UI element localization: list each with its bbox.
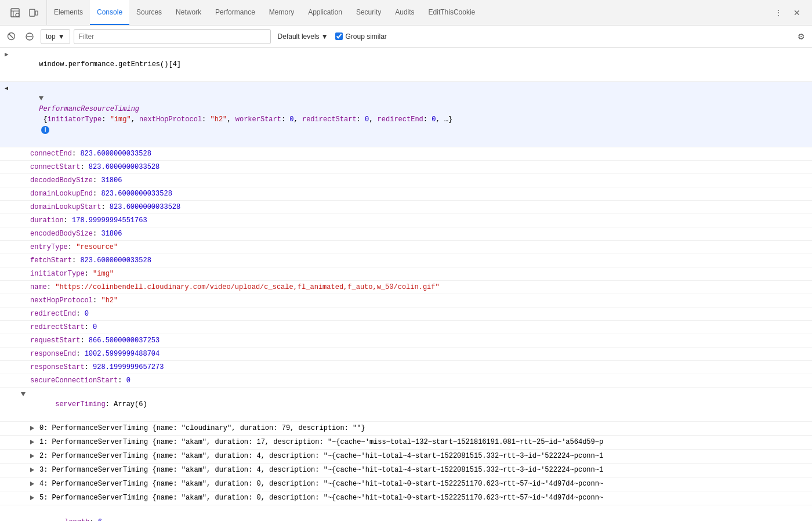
more-options-button[interactable]: ⋮ — [770, 5, 786, 21]
property-value: 823.6000000033528 — [80, 256, 151, 265]
property-line: decodedBodySize: 31806 — [0, 174, 812, 187]
property-value: 823.6000000033528 — [101, 190, 172, 198]
server-timing-toggle[interactable] — [21, 389, 30, 400]
console-command-line: ▶ window.performance.getEntries()[4] — [0, 48, 812, 82]
levels-dropdown[interactable]: Default levels ▼ — [274, 31, 332, 42]
property-key: secureConnectionStart — [30, 377, 118, 385]
server-timing-item: 1: PerformanceServerTiming {name: "akam"… — [0, 436, 812, 450]
property-content: redirectStart: 0 — [30, 322, 812, 332]
property-line: redirectEnd: 0 — [0, 307, 812, 321]
filter-input[interactable] — [74, 29, 271, 44]
length-line: length: 6 — [0, 505, 812, 521]
property-value: 178.99999994551763 — [72, 216, 147, 225]
tab-performance[interactable]: Performance — [208, 0, 262, 25]
tab-audits[interactable]: Audits — [388, 0, 421, 25]
nav-tabs: Elements Console Sources Network Perform… — [47, 0, 766, 25]
server-timing-line: serverTiming: Array(6) — [0, 388, 812, 422]
property-arrow — [21, 255, 30, 256]
tab-memory[interactable]: Memory — [262, 0, 301, 25]
property-key: entryType — [30, 243, 68, 251]
server-timing-items: 0: PerformanceServerTiming {name: "cloud… — [0, 422, 812, 505]
property-arrow — [21, 202, 30, 202]
group-similar-checkbox[interactable] — [335, 32, 343, 40]
property-line: responseStart: 928.1999999657273 — [0, 361, 812, 374]
property-line: secureConnectionStart: 0 — [0, 374, 812, 388]
server-timing-item-arrow[interactable] — [30, 451, 39, 462]
server-timing-item-content: 0: PerformanceServerTiming {name: "cloud… — [39, 423, 812, 433]
property-key: duration — [30, 216, 64, 225]
server-timing-item-arrow[interactable] — [30, 437, 39, 448]
property-line: connectStart: 823.6000000033528 — [0, 161, 812, 174]
property-value: 0 — [85, 310, 89, 318]
tab-security[interactable]: Security — [349, 0, 388, 25]
property-line: duration: 178.99999994551763 — [0, 214, 812, 227]
tab-application[interactable]: Application — [301, 0, 349, 25]
property-key: domainLookupEnd — [30, 190, 93, 198]
clear-console-button[interactable] — [3, 29, 19, 44]
property-line: domainLookupEnd: 823.6000000033528 — [0, 187, 812, 201]
property-key: fetchStart — [30, 256, 72, 265]
settings-button[interactable]: ⚙ — [793, 29, 809, 44]
expand-arrow-icon[interactable] — [39, 96, 44, 100]
property-key: decodedBodySize — [30, 176, 93, 184]
property-arrow — [21, 362, 30, 363]
tab-editthiscookie[interactable]: EditThisCookie — [422, 0, 483, 25]
expand-icon — [30, 440, 34, 444]
svg-rect-5 — [30, 9, 35, 16]
property-line: name: "https://colinbendell.cloudinary.c… — [0, 281, 812, 294]
property-line: initiatorType: "img" — [0, 267, 812, 281]
devtools-nav: Elements Console Sources Network Perform… — [0, 0, 812, 26]
properties-container: connectEnd: 823.6000000033528connectStar… — [0, 147, 812, 388]
block-icon-button[interactable] — [22, 29, 37, 44]
server-timing-index: 4: — [39, 480, 52, 488]
expand-icon — [30, 426, 34, 430]
property-key: initiatorType — [30, 270, 85, 278]
tab-network[interactable]: Network — [169, 0, 208, 25]
property-key: requestStart — [30, 337, 80, 345]
property-content: entryType: "resource" — [30, 242, 812, 252]
property-key: name — [30, 283, 47, 291]
property-line: requestStart: 866.5000000037253 — [0, 334, 812, 348]
property-key: redirectEnd — [30, 310, 76, 318]
close-devtools-button[interactable]: ✕ — [789, 5, 805, 21]
property-content: name: "https://colinbendell.cloudinary.c… — [30, 282, 812, 292]
property-line: nextHopProtocol: "h2" — [0, 294, 812, 307]
property-content: responseStart: 928.1999999657273 — [30, 362, 812, 372]
property-content: nextHopProtocol: "h2" — [30, 295, 812, 306]
server-timing-index: 2: — [39, 452, 52, 460]
tab-elements[interactable]: Elements — [47, 0, 90, 25]
property-content: requestStart: 866.5000000037253 — [30, 335, 812, 346]
property-arrow — [21, 242, 30, 243]
property-arrow — [21, 162, 30, 162]
property-line: encodedBodySize: 31806 — [0, 227, 812, 241]
inspect-element-button[interactable] — [7, 5, 23, 21]
property-arrow — [21, 335, 30, 336]
property-key: redirectStart — [30, 323, 85, 331]
nav-right: ⋮ ✕ — [766, 5, 810, 21]
device-toggle-button[interactable] — [26, 5, 42, 21]
property-value: 0 — [126, 377, 130, 385]
server-timing-text: PerformanceServerTiming {name: "akam", d… — [52, 438, 604, 446]
property-arrow — [21, 375, 30, 376]
property-value: 0 — [93, 323, 97, 331]
property-content: connectStart: 823.6000000033528 — [30, 162, 812, 172]
property-arrow — [21, 322, 30, 323]
svg-rect-0 — [11, 9, 19, 17]
property-content: responseEnd: 1002.5999999488704 — [30, 349, 812, 359]
group-similar-checkbox-label[interactable]: Group similar — [335, 32, 387, 41]
server-timing-item-arrow[interactable] — [30, 465, 39, 476]
tab-console[interactable]: Console — [90, 0, 129, 25]
server-timing-item-arrow[interactable] — [30, 423, 39, 434]
command-arrow[interactable]: ▶ — [5, 49, 14, 60]
tab-sources[interactable]: Sources — [129, 0, 169, 25]
back-arrow[interactable]: ◀ — [5, 83, 14, 94]
property-arrow — [21, 215, 30, 216]
property-value: 866.5000000037253 — [89, 337, 160, 345]
server-timing-text: PerformanceServerTiming {name: "akam", d… — [52, 466, 604, 474]
property-content: domainLookupEnd: 823.6000000033528 — [30, 189, 812, 199]
context-selector[interactable]: top ▼ — [41, 29, 70, 44]
server-timing-item-arrow[interactable] — [30, 493, 39, 504]
server-timing-item-arrow[interactable] — [30, 479, 39, 490]
length-text: length: 6 — [39, 506, 812, 521]
server-timing-item: 0: PerformanceServerTiming {name: "cloud… — [0, 422, 812, 436]
